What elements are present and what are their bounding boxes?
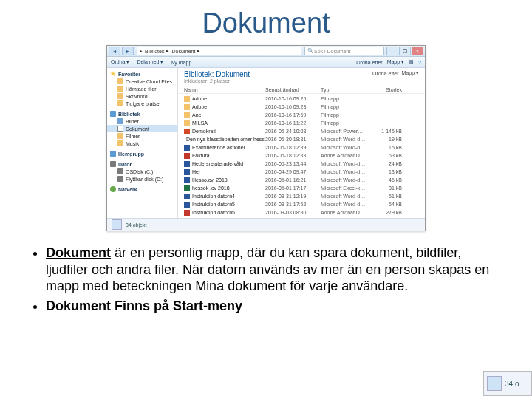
file-row[interactable]: Adobe2016-10-16 09:23Filmapp <box>178 103 425 111</box>
file-row[interactable]: Instruktion datorn52016-08-31 17:52Micro… <box>178 200 425 208</box>
file-row[interactable]: Instruktion datorn52016-09-03 08:30Adobe… <box>178 208 425 216</box>
search-icon: 🔍 <box>307 48 314 54</box>
file-name: Examinerande aktioner <box>192 145 245 150</box>
sidebar-network[interactable]: Nätverk <box>107 185 177 193</box>
network-icon <box>110 186 116 192</box>
drive-icon <box>117 168 123 174</box>
corner-snippet: 34 o <box>483 371 532 396</box>
sidebar-item-documents[interactable]: Dokument <box>107 125 177 132</box>
sidebar-favorites[interactable]: Favoriter <box>107 70 177 78</box>
file-row[interactable]: Hesso.cv. 20182016-05-01 16:21Microsoft … <box>178 176 425 184</box>
file-name: MILSA <box>192 120 208 126</box>
file-size: 1 145 kB <box>372 129 402 134</box>
new-folder-button[interactable]: Ny mapp <box>171 60 191 65</box>
view-icon[interactable]: ▤ <box>409 59 414 65</box>
file-type: Microsoft Word-d… <box>321 145 372 150</box>
file-size: 51 kB <box>372 194 402 199</box>
sidebar-item[interactable]: Skrivbord <box>107 92 177 100</box>
sidebar-item[interactable]: Creative Cloud Files <box>107 78 177 85</box>
col-type[interactable]: Typ <box>321 87 372 92</box>
file-size: 13 kB <box>372 169 402 174</box>
sidebar-libraries[interactable]: Bibliotek <box>107 110 177 117</box>
sidebar-item[interactable]: Flyttbar disk (D:) <box>107 175 177 183</box>
sidebar-computer[interactable]: Dator <box>107 160 177 168</box>
file-type: Microsoft Word-d… <box>321 202 372 207</box>
organize-menu[interactable]: Ordna ▾ <box>111 59 129 65</box>
file-row[interactable]: MILSA2016-10-16 11:22Filmapp <box>178 119 425 127</box>
sidebar-item[interactable]: Filmer <box>107 132 177 140</box>
computer-icon <box>110 161 116 167</box>
sort-value[interactable]: Mapp ▾ <box>387 59 404 65</box>
sort-label: Ordna efter <box>372 71 398 76</box>
file-row[interactable]: hessok .cv 20182016-05-01 17:17Microsoft… <box>178 184 425 192</box>
sidebar-item[interactable]: Bilder <box>107 117 177 125</box>
file-icon <box>184 169 190 175</box>
folder-icon <box>117 140 123 146</box>
file-type: Microsoft Power… <box>321 129 372 134</box>
folder-icon <box>117 78 123 84</box>
statusbar: 34 objekt <box>107 218 425 231</box>
share-menu[interactable]: Dela med ▾ <box>137 59 163 65</box>
file-date: 2016-10-16 09:23 <box>265 104 321 109</box>
col-date[interactable]: Senast ändrad <box>265 87 321 92</box>
breadcrumb[interactable]: ▸ Bibliotek ▸ Dokument ▸ <box>137 47 301 55</box>
file-name: Instruktion datorn5 <box>192 210 235 215</box>
sidebar-item[interactable]: OSDisk (C:) <box>107 168 177 175</box>
file-date: 2016-05-30 18:31 <box>265 137 321 142</box>
close-button[interactable]: × <box>412 47 423 55</box>
file-name: Demokrati <box>192 129 216 134</box>
bullet-list: Dokument är en personlig mapp, där du ka… <box>0 245 532 314</box>
file-icon <box>184 210 190 216</box>
file-row[interactable]: Instruktion datorn42016-08-31 12:19Micro… <box>178 192 425 200</box>
file-icon <box>184 96 190 102</box>
file-date: 2016-08-31 17:52 <box>265 202 321 207</box>
file-icon <box>184 104 190 110</box>
help-icon[interactable]: ? <box>418 60 421 65</box>
file-row[interactable]: Demokrati2016-05-24 10:03Microsoft Power… <box>178 127 425 135</box>
col-name[interactable]: Namn <box>184 87 265 92</box>
file-size: 31 kB <box>372 185 402 191</box>
file-icon <box>184 194 190 200</box>
forward-button[interactable]: ► <box>122 47 134 55</box>
sidebar-item[interactable]: Tidigare platser <box>107 100 177 107</box>
file-date: 2016-05-24 10:03 <box>265 129 321 134</box>
file-row[interactable]: Adobe2016-10-16 09:25Filmapp <box>178 95 425 103</box>
file-type: Microsoft Word-d… <box>321 169 372 174</box>
library-subtitle: Inkluderar: 2 platser <box>184 78 419 83</box>
back-button[interactable]: ◄ <box>109 47 120 55</box>
minimize-button[interactable]: – <box>386 47 398 55</box>
file-row[interactable]: Hedersrelaterade-våld2016-05-23 13:44Mic… <box>178 160 425 168</box>
images-icon <box>117 118 123 124</box>
file-name: Adobe <box>192 104 207 109</box>
file-row[interactable]: Examinerande aktioner2016-05-18 12:39Mic… <box>178 143 425 151</box>
file-type: Adobe Acrobat D… <box>321 210 372 215</box>
file-row[interactable]: Faktura2016-05-18 12:33Adobe Acrobat D…6… <box>178 151 425 160</box>
file-row[interactable]: Ane2016-10-16 17:59Filmapp <box>178 111 425 119</box>
sort-menu[interactable]: Mapp ▾ <box>402 70 419 76</box>
file-type: Filmapp <box>321 96 372 101</box>
file-size: 279 kB <box>372 210 402 215</box>
sidebar-item[interactable]: Musik <box>107 140 177 147</box>
file-type: Microsoft Word-d… <box>321 177 372 183</box>
file-name: Hej <box>192 169 200 174</box>
column-headers[interactable]: Namn Senast ändrad Typ Storlek <box>178 86 425 94</box>
homegroup-icon <box>110 151 116 157</box>
file-size: 19 kB <box>372 137 402 142</box>
bullet-item: Dokument är en personlig mapp, där du ka… <box>46 245 502 295</box>
folder-icon <box>117 93 123 99</box>
explorer-window: ◄ ► ▸ Bibliotek ▸ Dokument ▸ 🔍 Sök i Dok… <box>106 45 426 231</box>
file-size: 24 kB <box>372 161 402 166</box>
sidebar-homegroup[interactable]: Hemgrupp <box>107 150 177 157</box>
bullet-item: Dokument Finns på Start-meny <box>46 298 502 315</box>
file-row[interactable]: Den nya klassdebatten omar hesso a015a20… <box>178 135 425 143</box>
file-icon <box>184 185 190 191</box>
col-size[interactable]: Storlek <box>372 87 402 92</box>
file-icon <box>184 129 190 134</box>
search-input[interactable]: 🔍 Sök i Dokument <box>304 47 384 55</box>
sidebar-item[interactable]: Hämtade filer <box>107 85 177 92</box>
file-row[interactable]: Hej2016-04-29 09:47Microsoft Word-d…13 k… <box>178 168 425 176</box>
file-icon <box>184 145 190 151</box>
file-name: Hesso.cv. 2018 <box>192 177 228 183</box>
file-name: Adobe <box>192 96 207 101</box>
maximize-button[interactable]: ▢ <box>399 47 411 55</box>
